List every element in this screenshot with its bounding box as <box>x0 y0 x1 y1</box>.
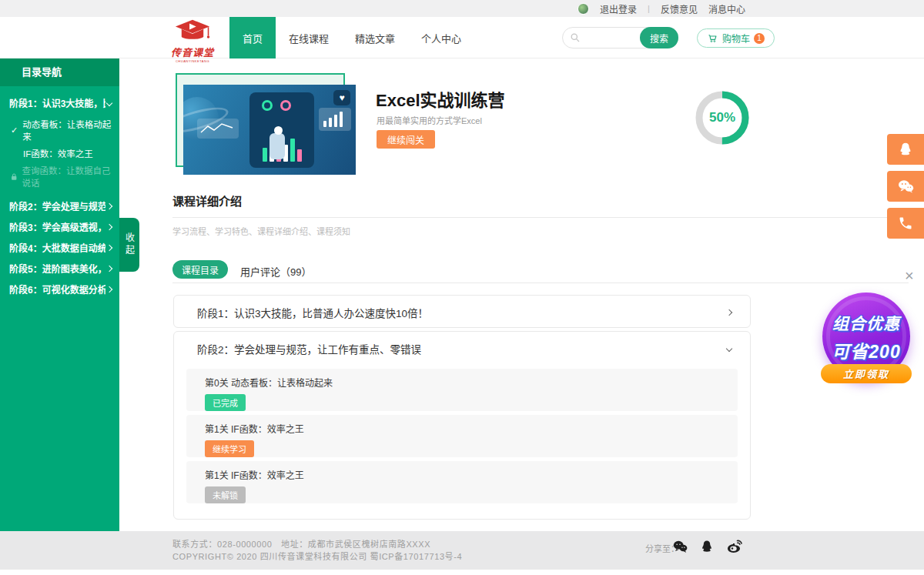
chevron-right-icon <box>726 309 732 315</box>
footer-contact: 联系方式：028-0000000 地址：成都市武侯区槐树店南路XXXX <box>172 537 430 550</box>
check-icon: ✓ <box>11 125 18 135</box>
chevron-right-icon <box>106 286 112 292</box>
tab-course-catalog[interactable]: 课程目录 <box>172 260 228 279</box>
sidebar-stage-2[interactable]: 阶段2：学会处理与规范，让工作... <box>0 196 119 216</box>
feedback-link[interactable]: 反馈意见 <box>661 2 698 15</box>
search-bar: 搜索 <box>562 27 678 48</box>
sidebar-stage-1[interactable]: 阶段1：认识3大技能，比普通人... <box>0 86 119 114</box>
messages-link[interactable]: 消息中心 <box>708 2 745 15</box>
accordion-stage-2-title: 阶段2：学会处理与规范，让工作有重点、零错误 <box>197 341 421 356</box>
navbar: 传音课堂 CHUANYINKETANG 首页 在线课程 精选文章 个人中心 搜索… <box>0 17 924 59</box>
user-avatar[interactable] <box>578 3 589 15</box>
promo-line-2: 可省200 <box>822 337 910 363</box>
logo-subtitle: CHUANYINKETANG <box>164 59 221 63</box>
phone-icon <box>898 216 913 231</box>
line-chart-chip <box>197 119 239 139</box>
chevron-right-icon <box>106 223 112 229</box>
chevron-right-icon <box>106 265 112 271</box>
course-subtitle: 用最简单实用的方式学Excel <box>377 114 482 126</box>
bar-chart-chip <box>319 108 351 131</box>
promo-claim-button[interactable]: 立即领取 <box>821 364 912 383</box>
accordion-stage-2-header[interactable]: 阶段2：学会处理与规范，让工作有重点、零错误 <box>174 332 750 365</box>
accordion-stage-1-title: 阶段1：认识3大技能，比普通人办公速度快10倍！ <box>197 305 428 320</box>
cart-label: 购物车 <box>722 32 750 45</box>
lesson-title: 第1关 IF函数：效率之王 <box>205 468 719 481</box>
cart-button[interactable]: 购物车 1 <box>697 28 775 48</box>
lesson-title: 第1关 IF函数：效率之王 <box>205 422 719 435</box>
catalog-sidebar: 目录导航 阶段1：认识3大技能，比普通人... ✓ 动态看板：让表格动起来 IF… <box>0 59 119 531</box>
wechat-contact-button[interactable] <box>887 171 924 202</box>
accordion-stage-2: 阶段2：学会处理与规范，让工作有重点、零错误 第0关 动态看板：让表格动起来 已… <box>173 331 751 520</box>
promo-close-icon[interactable]: × <box>905 268 914 283</box>
qq-icon <box>897 141 914 158</box>
detail-description: 学习流程、学习特色、课程详细介绍、课程须知 <box>172 225 350 237</box>
sidebar-stage-3[interactable]: 阶段3：学会高级透视，拥有同时... <box>0 216 119 237</box>
top-utility-bar: 退出登录 | 反馈意见 消息中心 <box>0 0 924 17</box>
donut-chart-green <box>262 100 273 111</box>
qq-contact-button[interactable] <box>887 134 924 165</box>
sidebar-stage-5[interactable]: 阶段5：进阶图表美化，让汇报一... <box>0 258 119 279</box>
search-icon <box>569 32 581 44</box>
favorite-heart-icon[interactable]: ♥ <box>333 90 350 105</box>
divider <box>172 282 909 283</box>
nav-item-articles[interactable]: 精选文章 <box>342 17 408 59</box>
lesson-title: 第0关 动态看板：让表格动起来 <box>205 376 719 389</box>
nav-item-home[interactable]: 首页 <box>229 17 276 59</box>
tab-user-comments[interactable]: 用户评论（99） <box>240 264 311 279</box>
footer-share-icons <box>671 537 744 556</box>
progress-ring: 50% <box>693 89 752 147</box>
main-nav: 首页 在线课程 精选文章 个人中心 <box>229 17 474 59</box>
nav-item-courses[interactable]: 在线课程 <box>276 17 342 59</box>
logo-cap-icon <box>172 19 213 42</box>
astronaut-head <box>274 126 283 135</box>
search-input[interactable] <box>584 28 642 47</box>
lesson-row-2[interactable]: 第1关 IF函数：效率之王 未解锁 <box>186 461 738 503</box>
nav-item-profile[interactable]: 个人中心 <box>408 17 474 59</box>
logout-link[interactable]: 退出登录 <box>600 2 637 15</box>
continue-challenge-button[interactable]: 继续闯关 <box>377 130 435 149</box>
sidebar-lesson-lookup[interactable]: 查询函数：让数据自己说话 <box>0 162 119 191</box>
sidebar-stage-6[interactable]: 阶段6：可视化数据分析，帮老板... <box>0 279 119 299</box>
progress-percent-label: 50% <box>693 89 752 147</box>
cart-icon <box>707 32 718 44</box>
lesson-row-0[interactable]: 第0关 动态看板：让表格动起来 已完成 <box>186 369 738 411</box>
lock-icon <box>11 172 17 181</box>
sidebar-collapse-button[interactable]: 收起 <box>119 218 139 272</box>
sidebar-stage-1-label: 阶段1：认识3大技能，比普通人... <box>9 96 105 109</box>
page: 退出登录 | 反馈意见 消息中心 传音课堂 CHUANYINKETANG 首页 … <box>0 0 924 575</box>
donut-chart-pink <box>280 100 291 111</box>
lesson-row-1[interactable]: 第1关 IF函数：效率之王 继续学习 <box>186 415 738 457</box>
topbar-divider: | <box>648 4 650 13</box>
lesson-status-badge[interactable]: 继续学习 <box>205 440 254 457</box>
phone-contact-button[interactable] <box>887 208 924 239</box>
weibo-share-icon[interactable] <box>725 537 744 556</box>
sidebar-title: 目录导航 <box>0 59 119 86</box>
qq-share-icon[interactable] <box>699 539 715 554</box>
wechat-icon <box>896 177 915 196</box>
footer: 联系方式：028-0000000 地址：成都市武侯区槐树店南路XXXX COPY… <box>0 531 924 570</box>
site-logo[interactable]: 传音课堂 CHUANYINKETANG <box>164 19 221 63</box>
promo-line-1: 组合优惠 <box>822 311 910 334</box>
course-cover-image[interactable]: ♥ <box>183 85 356 175</box>
accordion-stage-1: 阶段1：认识3大技能，比普通人办公速度快10倍！ <box>173 295 751 328</box>
astronaut-illustration <box>270 133 285 159</box>
cart-count-badge: 1 <box>754 33 765 44</box>
sidebar-stage-1-items: ✓ 动态看板：让表格动起来 IF函数：效率之王 查询函数：让数据自己说话 <box>0 114 119 196</box>
chevron-right-icon <box>106 244 112 250</box>
detail-heading: 课程详细介绍 <box>172 192 242 209</box>
chevron-right-icon <box>106 202 112 209</box>
sidebar-stage-4[interactable]: 阶段4：大批数据自动统计分析，... <box>0 237 119 258</box>
chevron-down-icon <box>726 345 732 351</box>
chevron-down-icon <box>106 99 112 105</box>
donut-charts <box>262 100 291 111</box>
sidebar-lesson-if[interactable]: IF函数：效率之王 <box>0 145 119 162</box>
lesson-status-badge[interactable]: 未解锁 <box>205 486 246 503</box>
sidebar-lesson-dashboard[interactable]: ✓ 动态看板：让表格动起来 <box>0 115 119 145</box>
wechat-share-icon[interactable] <box>671 538 688 555</box>
footer-copyright: COPYRIGHT© 2020 四川传音课堂科技有限公司 蜀ICP备170177… <box>172 550 462 562</box>
accordion-stage-1-header[interactable]: 阶段1：认识3大技能，比普通人办公速度快10倍！ <box>174 296 750 329</box>
search-button[interactable]: 搜索 <box>640 27 678 48</box>
course-title: Excel实战训练营 <box>376 86 505 111</box>
lesson-status-badge[interactable]: 已完成 <box>205 394 246 411</box>
divider <box>172 217 909 218</box>
